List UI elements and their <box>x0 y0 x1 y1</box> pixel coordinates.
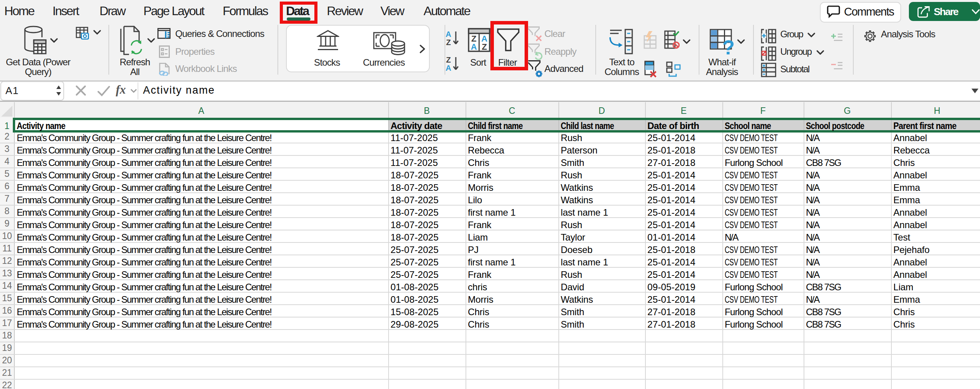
svg-text:?: ? <box>722 36 734 55</box>
svg-text:Z: Z <box>482 42 487 52</box>
svg-text:Z: Z <box>446 38 451 46</box>
svg-text:A: A <box>446 31 451 38</box>
svg-text:A: A <box>446 64 451 72</box>
svg-text:A: A <box>471 42 477 52</box>
svg-text:Z: Z <box>446 56 451 64</box>
